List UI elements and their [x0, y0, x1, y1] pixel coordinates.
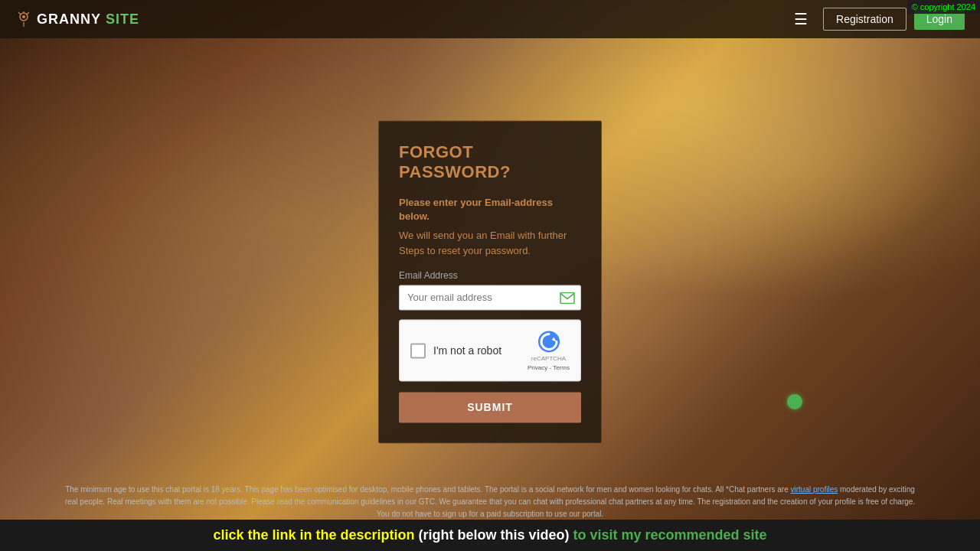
recaptcha-right: reCAPTCHA Privacy - Terms: [528, 330, 570, 372]
recaptcha-label: I'm not a robot: [433, 344, 501, 357]
recaptcha-links-text: Privacy - Terms: [528, 364, 570, 371]
bottom-bar: click the link in the description (right…: [0, 520, 980, 551]
forgot-password-modal: FORGOT PASSWORD? Please enter your Email…: [378, 120, 602, 443]
registration-button[interactable]: Registration: [823, 8, 906, 31]
footer-text: The minimum age to use this chat portal …: [0, 484, 980, 520]
email-input[interactable]: [399, 285, 581, 311]
copyright-text: © copyright 2024: [912, 2, 975, 11]
recaptcha-left: I'm not a robot: [410, 343, 501, 358]
recaptcha-logo-icon: [537, 330, 561, 354]
svg-point-1: [22, 15, 25, 18]
recaptcha-checkbox[interactable]: [410, 343, 426, 358]
bottom-bar-part3: to visit my recommended site: [573, 527, 766, 543]
email-icon: [560, 292, 575, 304]
bottom-bar-part1: click the link in the description: [213, 527, 418, 543]
logo-icon: [15, 11, 32, 28]
bottom-bar-text: click the link in the description (right…: [213, 527, 766, 543]
recaptcha-box[interactable]: I'm not a robot reCAPTCHA Privacy - Term…: [399, 320, 581, 382]
topbar: GRANNYSITE ☰ Registration Login: [0, 0, 980, 38]
copyright-badge: © copyright 2024: [907, 0, 980, 14]
modal-desc: We will send you an Email with further S…: [399, 229, 581, 259]
modal-title: FORGOT PASSWORD?: [399, 142, 581, 182]
virtual-profiles-link[interactable]: virtual profiles: [791, 485, 838, 494]
logo: GRANNYSITE: [15, 11, 139, 28]
recaptcha-brand-text: reCAPTCHA: [531, 356, 566, 364]
logo-granny-text: GRANNY: [37, 11, 101, 28]
modal-desc-bold: Please enter your Email-address below.: [399, 196, 581, 223]
hamburger-icon[interactable]: ☰: [794, 10, 808, 28]
email-input-wrap: [399, 285, 581, 311]
cursor-dot: [787, 394, 802, 409]
bottom-bar-part2: (right below this video): [418, 527, 573, 543]
submit-button[interactable]: SUBMIT: [399, 392, 581, 422]
svg-rect-2: [560, 292, 574, 303]
logo-site-text: SITE: [106, 11, 139, 28]
email-field-label: Email Address: [399, 271, 581, 282]
